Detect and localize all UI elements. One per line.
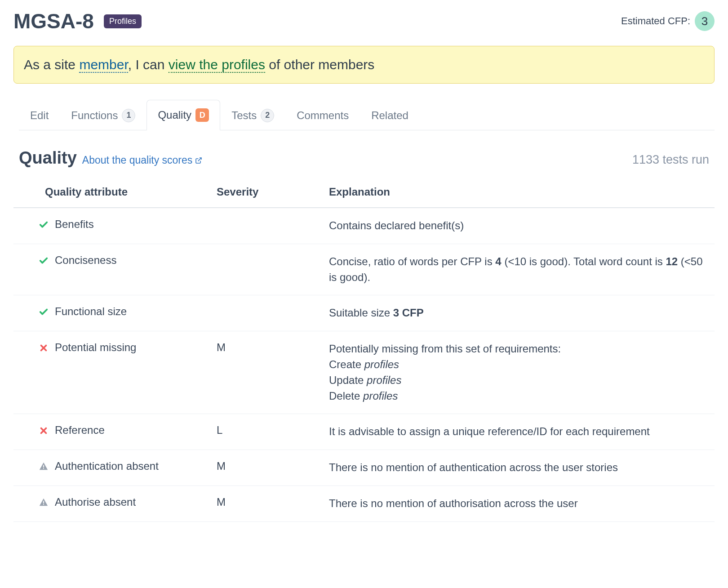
- table-row: BenefitsContains declared benefit(s): [13, 208, 715, 244]
- tab-functions-count: 1: [122, 109, 135, 122]
- severity-value: M: [211, 331, 324, 414]
- tab-functions-label: Functions: [71, 109, 118, 122]
- svg-rect-7: [43, 501, 44, 503]
- tests-run-count: 1133 tests run: [632, 153, 709, 167]
- x-icon: [39, 343, 49, 353]
- about-quality-link[interactable]: About the quality scores: [82, 154, 202, 166]
- attribute-name: Authorise absent: [55, 496, 136, 508]
- explanation-text: Potentially missing from this set of req…: [324, 331, 715, 414]
- explanation-text: There is no mention of authentication ac…: [324, 450, 715, 486]
- severity-value: [211, 208, 324, 244]
- table-row: Potential missingMPotentially missing fr…: [13, 331, 715, 414]
- tab-functions[interactable]: Functions 1: [60, 100, 146, 130]
- severity-value: M: [211, 450, 324, 486]
- svg-rect-8: [43, 504, 44, 505]
- col-header-attribute: Quality attribute: [13, 178, 211, 208]
- warning-icon: [39, 498, 49, 508]
- check-icon: [39, 220, 49, 230]
- table-row: ConcisenessConcise, ratio of words per C…: [13, 244, 715, 295]
- explanation-text: It is advisable to assign a unique refer…: [324, 414, 715, 450]
- svg-line-0: [198, 158, 201, 161]
- tabs: Edit Functions 1 Quality D Tests 2 Comme…: [19, 99, 715, 130]
- page-title: MGSA-8: [13, 9, 94, 33]
- tab-tests[interactable]: Tests 2: [220, 100, 285, 130]
- attribute-name: Functional size: [55, 305, 127, 318]
- tab-edit[interactable]: Edit: [19, 100, 60, 130]
- severity-value: [211, 295, 324, 331]
- user-story-box: As a site member, I can view the profile…: [13, 46, 715, 84]
- tab-comments[interactable]: Comments: [285, 100, 360, 130]
- estimated-cfp-label: Estimated CFP:: [621, 15, 690, 27]
- story-prefix: As a site: [24, 57, 79, 72]
- attribute-name: Benefits: [55, 218, 94, 231]
- explanation-text: Contains declared benefit(s): [324, 208, 715, 244]
- badge-category[interactable]: Profiles: [104, 14, 142, 28]
- tab-related-label: Related: [371, 109, 408, 122]
- severity-value: M: [211, 486, 324, 521]
- external-link-icon: [195, 157, 202, 164]
- about-quality-link-text: About the quality scores: [82, 154, 192, 166]
- attribute-name: Potential missing: [55, 341, 136, 354]
- page-header: MGSA-8 Profiles Estimated CFP: 3: [13, 9, 715, 33]
- tab-quality-grade: D: [195, 108, 209, 122]
- section-title: Quality: [19, 148, 77, 168]
- attribute-name: Reference: [55, 424, 105, 437]
- explanation-text: Suitable size 3 CFP: [324, 295, 715, 331]
- table-row: Authorise absentMThere is no mention of …: [13, 486, 715, 521]
- warning-icon: [39, 462, 49, 472]
- tab-tests-count: 2: [261, 109, 274, 122]
- tab-edit-label: Edit: [30, 109, 49, 122]
- table-row: ReferenceLIt is advisable to assign a un…: [13, 414, 715, 450]
- severity-value: [211, 244, 324, 295]
- severity-value: L: [211, 414, 324, 450]
- svg-rect-6: [43, 468, 44, 469]
- estimated-cfp-value: 3: [695, 11, 715, 31]
- table-row: Functional sizeSuitable size 3 CFP: [13, 295, 715, 331]
- tab-quality-label: Quality: [158, 109, 191, 121]
- quality-section-header: Quality About the quality scores 1133 te…: [13, 130, 715, 175]
- attribute-name: Authentication absent: [55, 460, 159, 472]
- table-row: Authentication absentMThere is no mentio…: [13, 450, 715, 486]
- story-role-link[interactable]: member: [79, 57, 128, 73]
- explanation-text: Concise, ratio of words per CFP is 4 (<1…: [324, 244, 715, 295]
- story-action-link[interactable]: view the profiles: [169, 57, 265, 73]
- svg-rect-5: [43, 465, 44, 468]
- header-right: Estimated CFP: 3: [621, 11, 715, 31]
- col-header-severity: Severity: [211, 178, 324, 208]
- attribute-name: Conciseness: [55, 254, 116, 267]
- tab-comments-label: Comments: [297, 109, 349, 122]
- check-icon: [39, 256, 49, 266]
- tab-related[interactable]: Related: [360, 100, 420, 130]
- check-icon: [39, 307, 49, 317]
- story-suffix: of other members: [265, 57, 374, 72]
- x-icon: [39, 426, 49, 436]
- quality-table: Quality attribute Severity Explanation B…: [13, 178, 715, 522]
- header-left: MGSA-8 Profiles: [13, 9, 142, 33]
- tab-quality[interactable]: Quality D: [146, 100, 220, 130]
- tab-tests-label: Tests: [231, 109, 257, 122]
- explanation-text: There is no mention of authorisation acr…: [324, 486, 715, 521]
- col-header-explanation: Explanation: [324, 178, 715, 208]
- story-mid: , I can: [128, 57, 169, 72]
